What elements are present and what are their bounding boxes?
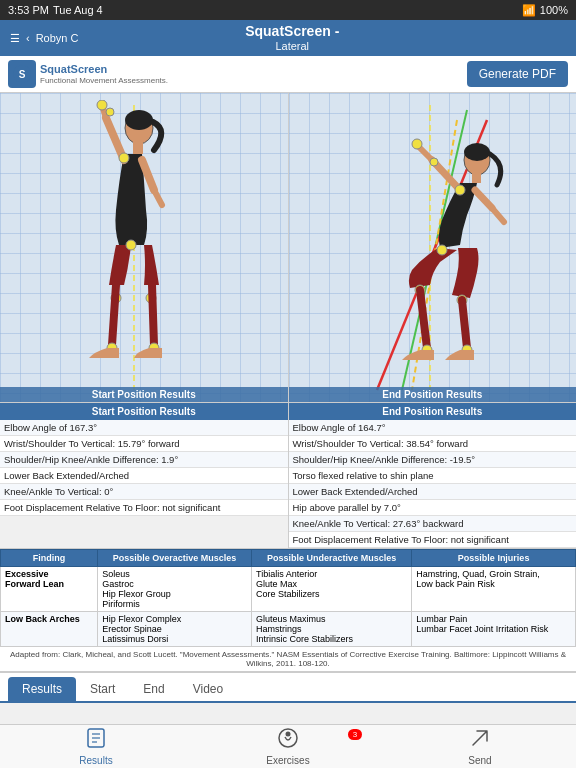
svg-point-25 xyxy=(464,143,490,161)
findings-table: Finding Possible Overactive Muscles Poss… xyxy=(0,549,576,647)
menu-icon[interactable]: ☰ xyxy=(10,32,20,45)
status-left: 3:53 PM Tue Aug 4 xyxy=(8,4,103,16)
svg-line-30 xyxy=(475,190,492,208)
svg-point-40 xyxy=(430,158,438,166)
nav-title-block: SquatScreen - Lateral xyxy=(245,23,339,53)
back-icon[interactable]: ‹ xyxy=(26,32,30,44)
end-image-panel: End Position Results xyxy=(289,93,577,402)
finding-1-injuries: Lumbar Pain Lumbar Facet Joint Irritatio… xyxy=(412,612,576,647)
results-section: Start Position Results Elbow Angle of 16… xyxy=(0,403,576,549)
end-result-row-4: Lower Back Extended/Arched xyxy=(289,484,577,500)
wifi-icon: 📶 xyxy=(522,4,536,17)
col-finding: Finding xyxy=(1,550,98,567)
nav-results[interactable]: Results xyxy=(0,725,192,768)
finding-1-finding: Low Back Arches xyxy=(1,612,98,647)
start-result-row-1: Wrist/Shoulder To Vertical: 15.79° forwa… xyxy=(0,436,288,452)
status-bar: 3:53 PM Tue Aug 4 📶 100% xyxy=(0,0,576,20)
start-result-row-3: Lower Back Extended/Arched xyxy=(0,468,288,484)
col-underactive: Possible Underactive Muscles xyxy=(252,550,412,567)
nav-exercises[interactable]: 3 Exercises xyxy=(192,725,384,768)
bottom-nav: Results 3 Exercises Send xyxy=(0,724,576,768)
svg-rect-26 xyxy=(472,173,481,183)
findings-section: Finding Possible Overactive Muscles Poss… xyxy=(0,549,576,673)
nav-bar: ☰ ‹ Robyn C SquatScreen - Lateral xyxy=(0,20,576,56)
start-result-row-5: Foot Displacement Relative To Floor: not… xyxy=(0,500,288,516)
finding-row-1: Low Back Arches Hip Flexor Complex Erect… xyxy=(1,612,576,647)
logo-icon: S xyxy=(8,60,36,88)
end-grid: End Position Results xyxy=(289,93,577,402)
svg-line-31 xyxy=(492,208,504,222)
svg-text:S: S xyxy=(19,69,26,80)
app-logo: S SquatScreen Functional Movement Assess… xyxy=(8,60,168,88)
app-header: S SquatScreen Functional Movement Assess… xyxy=(0,56,576,93)
exercises-badge: 3 xyxy=(348,729,362,740)
send-nav-icon xyxy=(469,727,491,754)
end-image-label: End Position Results xyxy=(289,387,577,402)
svg-line-14 xyxy=(152,285,154,345)
status-time: 3:53 PM xyxy=(8,4,49,16)
end-results-header: End Position Results xyxy=(289,403,577,420)
start-image-panel: Start Position Results xyxy=(0,93,289,402)
svg-point-39 xyxy=(437,245,447,255)
battery-text: 100% xyxy=(540,4,568,16)
svg-point-29 xyxy=(412,139,422,149)
svg-point-4 xyxy=(125,110,153,130)
start-result-row-4: Knee/Ankle To Vertical: 0° xyxy=(0,484,288,500)
svg-line-10 xyxy=(154,190,162,205)
logo-name: SquatScreen xyxy=(40,63,168,75)
svg-line-13 xyxy=(112,285,116,345)
results-nav-icon xyxy=(85,727,107,754)
col-overactive: Possible Overactive Muscles xyxy=(98,550,252,567)
nav-results-label: Results xyxy=(79,755,112,766)
finding-0-finding: Excessive Forward Lean xyxy=(1,567,98,612)
end-figure-svg xyxy=(312,100,552,395)
tab-results[interactable]: Results xyxy=(8,677,76,701)
svg-line-35 xyxy=(462,300,467,348)
end-result-row-3: Torso flexed relative to shin plane xyxy=(289,468,577,484)
svg-point-9 xyxy=(97,100,107,110)
finding-0-underactive: Tibialis Anterior Glute Max Core Stabili… xyxy=(252,567,412,612)
start-result-row-2: Shoulder/Hip Knee/Ankle Difference: 1.9° xyxy=(0,452,288,468)
end-result-row-7: Foot Displacement Relative To Floor: not… xyxy=(289,532,577,548)
svg-point-17 xyxy=(119,153,129,163)
status-right: 📶 100% xyxy=(522,4,568,17)
svg-point-38 xyxy=(455,185,465,195)
generate-pdf-button[interactable]: Generate PDF xyxy=(467,61,568,87)
start-results-table: Start Position Results Elbow Angle of 16… xyxy=(0,403,289,548)
start-figure-svg xyxy=(24,100,264,395)
start-grid: Start Position Results xyxy=(0,93,288,402)
nav-back-button[interactable]: ☰ ‹ Robyn C xyxy=(10,32,78,45)
tab-end[interactable]: End xyxy=(129,677,178,701)
finding-0-overactive: Soleus Gastroc Hip Flexor Group Piriform… xyxy=(98,567,252,612)
page-content: Start Position Results xyxy=(0,93,576,724)
nav-title: SquatScreen - xyxy=(245,23,339,40)
finding-1-underactive: Gluteus Maximus Hamstrings Intrinsic Cor… xyxy=(252,612,412,647)
exercises-nav-icon xyxy=(277,727,299,754)
nav-send-label: Send xyxy=(468,755,491,766)
back-label[interactable]: Robyn C xyxy=(36,32,79,44)
svg-rect-5 xyxy=(133,142,143,154)
nav-send[interactable]: Send xyxy=(384,725,576,768)
end-results-table: End Position Results Elbow Angle of 164.… xyxy=(289,403,577,548)
svg-point-18 xyxy=(126,240,136,250)
tab-video[interactable]: Video xyxy=(179,677,237,701)
start-image-label: Start Position Results xyxy=(0,387,288,402)
end-result-row-0: Elbow Angle of 164.7° xyxy=(289,420,577,436)
status-day: Tue Aug 4 xyxy=(53,4,103,16)
logo-subtext: Functional Movement Assessments. xyxy=(40,76,168,85)
finding-0-injuries: Hamstring, Quad, Groin Strain, Low back … xyxy=(412,567,576,612)
end-result-row-6: Knee/Ankle To Vertical: 27.63° backward xyxy=(289,516,577,532)
logo-text-block: SquatScreen Functional Movement Assessme… xyxy=(40,63,168,84)
col-injuries: Possible Injuries xyxy=(412,550,576,567)
citation-text: Adapted from: Clark, Micheal, and Scott … xyxy=(0,647,576,672)
images-section: Start Position Results xyxy=(0,93,576,403)
start-result-row-0: Elbow Angle of 167.3° xyxy=(0,420,288,436)
nav-subtitle: Lateral xyxy=(245,40,339,53)
nav-exercises-label: Exercises xyxy=(266,755,309,766)
svg-point-46 xyxy=(286,732,291,737)
finding-1-overactive: Hip Flexor Complex Erector Spinae Latiss… xyxy=(98,612,252,647)
svg-point-19 xyxy=(106,108,114,116)
bottom-tabs: Results Start End Video xyxy=(0,673,576,703)
end-result-row-1: Wrist/Shoulder To Vertical: 38.54° forwa… xyxy=(289,436,577,452)
tab-start[interactable]: Start xyxy=(76,677,129,701)
